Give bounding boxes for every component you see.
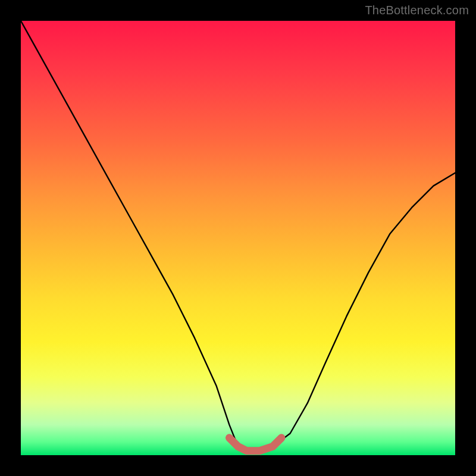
plot-area [21, 21, 455, 455]
trough-highlight [229, 438, 281, 451]
bottleneck-curve [21, 21, 455, 451]
chart-frame: TheBottleneck.com [0, 0, 476, 476]
chart-svg [21, 21, 455, 455]
attribution-text: TheBottleneck.com [365, 4, 469, 17]
